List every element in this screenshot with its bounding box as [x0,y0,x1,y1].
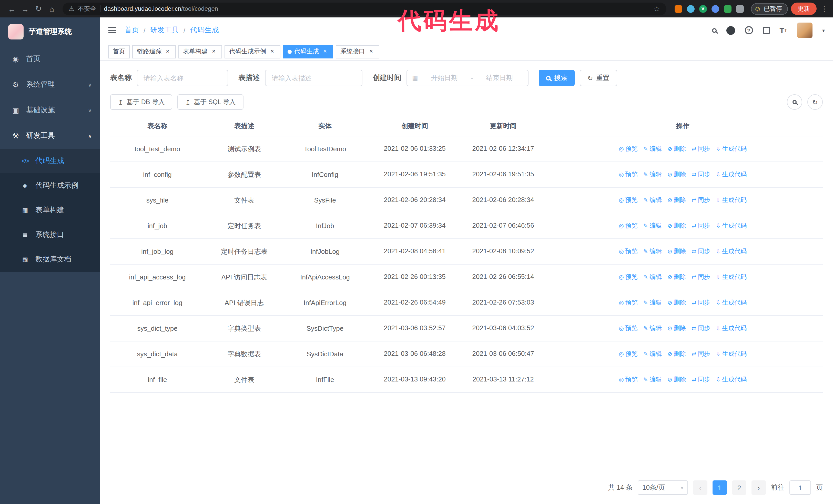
toggle-search-button[interactable] [787,94,802,110]
page-button-1[interactable]: 1 [713,480,727,495]
sidebar-item-form-builder[interactable]: ▦ 表单构建 [0,198,100,222]
goto-page-input[interactable] [789,480,811,495]
font-size-icon[interactable]: TT [780,26,787,34]
refresh-button[interactable]: ↻ [807,94,823,110]
preview-link[interactable]: ◎预览 [619,170,638,179]
search-button[interactable]: 搜索 [539,70,575,86]
reload-icon[interactable]: ↻ [32,2,45,16]
sync-link[interactable]: ⇄同步 [692,247,710,256]
delete-link[interactable]: ⊘删除 [667,221,686,230]
sync-link[interactable]: ⇄同步 [692,324,710,333]
user-avatar[interactable] [797,23,812,38]
preview-link[interactable]: ◎预览 [619,247,638,256]
generate-code-link[interactable]: ⇩生成代码 [716,170,747,179]
extension-icon[interactable] [711,5,719,13]
edit-link[interactable]: ✎编辑 [643,273,662,282]
preview-link[interactable]: ◎预览 [619,273,638,282]
sidebar-item-home[interactable]: ◉ 首页 [0,46,100,72]
generate-code-link[interactable]: ⇩生成代码 [716,196,747,205]
edit-link[interactable]: ✎编辑 [643,247,662,256]
delete-link[interactable]: ⊘删除 [667,145,686,153]
generate-code-link[interactable]: ⇩生成代码 [716,324,747,333]
sync-link[interactable]: ⇄同步 [692,375,710,384]
import-db-button[interactable]: ↥ 基于 DB 导入 [110,94,172,110]
preview-link[interactable]: ◎预览 [619,145,638,153]
generate-code-link[interactable]: ⇩生成代码 [716,145,747,153]
edit-link[interactable]: ✎编辑 [643,145,662,153]
delete-link[interactable]: ⊘删除 [667,350,686,358]
sidebar-item-codegen-example[interactable]: ◈ 代码生成示例 [0,173,100,198]
sync-link[interactable]: ⇄同步 [692,273,710,282]
delete-link[interactable]: ⊘删除 [667,273,686,282]
preview-link[interactable]: ◎预览 [619,221,638,230]
close-icon[interactable]: × [269,48,276,55]
close-icon[interactable]: × [210,48,217,55]
preview-link[interactable]: ◎预览 [619,375,638,384]
generate-code-link[interactable]: ⇩生成代码 [716,298,747,307]
caret-down-icon[interactable]: ▾ [822,27,825,33]
generate-code-link[interactable]: ⇩生成代码 [716,375,747,384]
delete-link[interactable]: ⊘删除 [667,375,686,384]
sync-link[interactable]: ⇄同步 [692,196,710,205]
close-icon[interactable]: × [164,48,171,55]
table-desc-input[interactable] [265,70,362,86]
breadcrumb-item[interactable]: 研发工具 [150,26,179,35]
import-sql-button[interactable]: ↥ 基于 SQL 导入 [177,94,243,110]
sync-link[interactable]: ⇄同步 [692,145,710,153]
breadcrumb-item[interactable]: 首页 [124,26,139,35]
delete-link[interactable]: ⊘删除 [667,247,686,256]
generate-code-link[interactable]: ⇩生成代码 [716,350,747,358]
menu-fold-icon[interactable] [108,27,116,33]
browser-menu-icon[interactable]: ⋮ [821,5,828,13]
generate-code-link[interactable]: ⇩生成代码 [716,247,747,256]
sidebar-item-dev-tools[interactable]: ⚒ 研发工具 ∧ [0,123,100,149]
edit-link[interactable]: ✎编辑 [643,375,662,384]
tab-trace[interactable]: 链路追踪 × [132,45,176,58]
close-icon[interactable]: × [367,48,375,55]
edit-link[interactable]: ✎编辑 [643,170,662,179]
extension-icon[interactable] [674,5,682,13]
prev-page-button[interactable]: ‹ [693,480,708,495]
preview-link[interactable]: ◎预览 [619,298,638,307]
tab-api[interactable]: 系统接口 × [336,45,379,58]
fullscreen-icon[interactable] [763,27,770,34]
preview-link[interactable]: ◎预览 [619,196,638,205]
generate-code-link[interactable]: ⇩生成代码 [716,273,747,282]
delete-link[interactable]: ⊘删除 [667,196,686,205]
sync-link[interactable]: ⇄同步 [692,170,710,179]
sync-link[interactable]: ⇄同步 [692,350,710,358]
tab-codegen[interactable]: 代码生成 × [283,45,333,58]
sidebar-item-infrastructure[interactable]: ▣ 基础设施 ∨ [0,97,100,123]
generate-code-link[interactable]: ⇩生成代码 [716,221,747,230]
delete-link[interactable]: ⊘删除 [667,324,686,333]
sidebar-item-codegen[interactable]: </> 代码生成 [0,149,100,173]
forward-icon[interactable]: → [19,2,32,16]
sidebar-item-system[interactable]: ⚙ 系统管理 ∨ [0,72,100,97]
extension-icon[interactable] [687,5,694,13]
preview-link[interactable]: ◎预览 [619,350,638,358]
delete-link[interactable]: ⊘删除 [667,298,686,307]
sidebar-item-api[interactable]: ≣ 系统接口 [0,222,100,247]
back-icon[interactable]: ← [5,2,19,16]
delete-link[interactable]: ⊘删除 [667,170,686,179]
edit-link[interactable]: ✎编辑 [643,298,662,307]
next-page-button[interactable]: › [752,480,766,495]
help-icon[interactable]: ? [744,26,753,34]
home-icon[interactable]: ⌂ [45,2,58,16]
sync-link[interactable]: ⇄同步 [692,221,710,230]
edit-link[interactable]: ✎编辑 [643,221,662,230]
extension-icon[interactable] [723,5,731,13]
extension-icon[interactable]: V [699,5,707,13]
reset-button[interactable]: ↻ 重置 [580,70,617,86]
edit-link[interactable]: ✎编辑 [643,324,662,333]
update-button[interactable]: 更新 [791,3,816,15]
page-button-2[interactable]: 2 [732,480,746,495]
tab-home[interactable]: 首页 [108,45,130,58]
page-size-select[interactable]: 10条/页 ▾ [638,480,688,495]
puzzle-icon[interactable] [736,5,743,13]
close-icon[interactable]: × [322,48,329,55]
search-icon[interactable] [712,28,716,32]
github-icon[interactable] [726,26,735,34]
table-name-input[interactable] [137,70,228,86]
sidebar-item-db-doc[interactable]: ▩ 数据库文档 [0,247,100,272]
